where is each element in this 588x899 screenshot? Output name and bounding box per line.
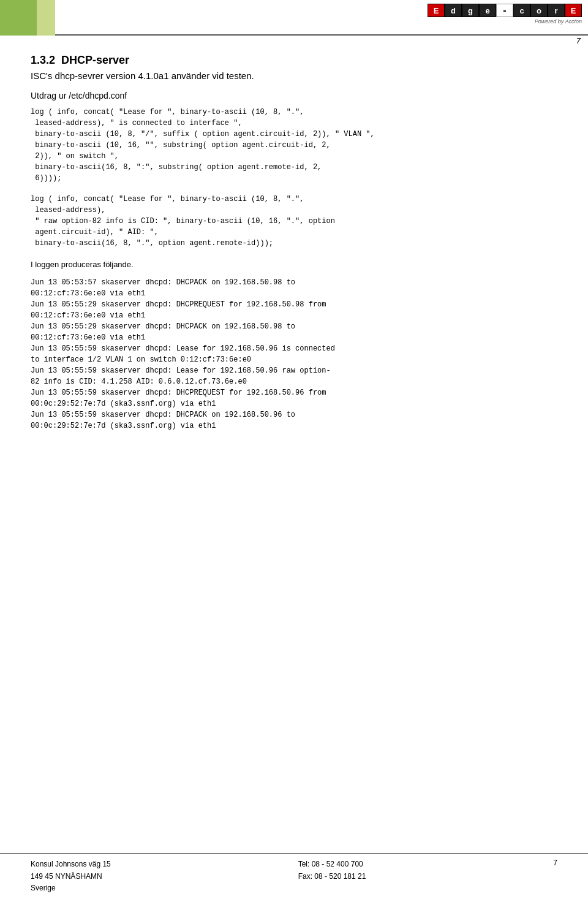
logo-tile-d: d [445,4,462,17]
main-content: 1.3.2 DHCP-server ISC's dhcp-sevrer vers… [0,36,588,453]
edgecore-logo: E d g e - c o r E [428,4,582,17]
footer-address-line1: Konsul Johnsons väg 15 [31,859,111,870]
footer: Konsul Johnsons väg 15 149 45 NYNÄSHAMN … [0,853,588,899]
logo-tile-E: E [428,4,445,17]
section-title: 1.3.2 DHCP-server [31,54,557,67]
footer-address-line2: 149 45 NYNÄSHAMN [31,871,111,882]
sub-heading: ISC's dhcp-sevrer version 4.1.0a1 använd… [31,70,557,81]
logo-tile-r: r [548,4,565,17]
footer-tel: Tel: 08 - 52 400 700 [298,859,366,870]
footer-contact: Tel: 08 - 52 400 700 Fax: 08 - 520 181 2… [298,859,366,882]
logo-tile-E2: E [565,4,582,17]
footer-address: Konsul Johnsons väg 15 149 45 NYNÄSHAMN … [31,859,111,894]
logo-area: E d g e - c o r E Powered by Accton [428,0,588,25]
logo-tile-o: o [530,4,548,17]
footer-page-number: 7 [553,859,557,867]
footer-fax: Fax: 08 - 520 181 21 [298,871,366,882]
body-text: I loggen produceras följande. [31,259,557,271]
code-block-1: log ( info, concat( "Lease for ", binary… [31,107,557,184]
log-output: Jun 13 05:53:57 skaserver dhcpd: DHCPACK… [31,277,557,431]
powered-by-text: Powered by Accton [535,18,582,25]
code-block-2: log ( info, concat( "Lease for ", binary… [31,194,557,249]
accent-bars [0,0,55,36]
utdrag-label: Utdrag ur /etc/dhcpd.conf [31,91,557,101]
accent-bar-green [0,0,37,36]
section-number: 1.3.2 [31,54,55,66]
logo-tile-dash: - [496,4,513,17]
logo-tile-e: e [479,4,496,17]
page-number-corner: 7 [576,36,581,45]
logo-tile-c: c [513,4,530,17]
accent-bar-light [37,0,55,36]
section-title-text: DHCP-server [61,54,129,66]
footer-address-line3: Sverige [31,882,111,894]
header: E d g e - c o r E Powered by Accton 7 [0,0,588,36]
logo-tile-g: g [462,4,479,17]
